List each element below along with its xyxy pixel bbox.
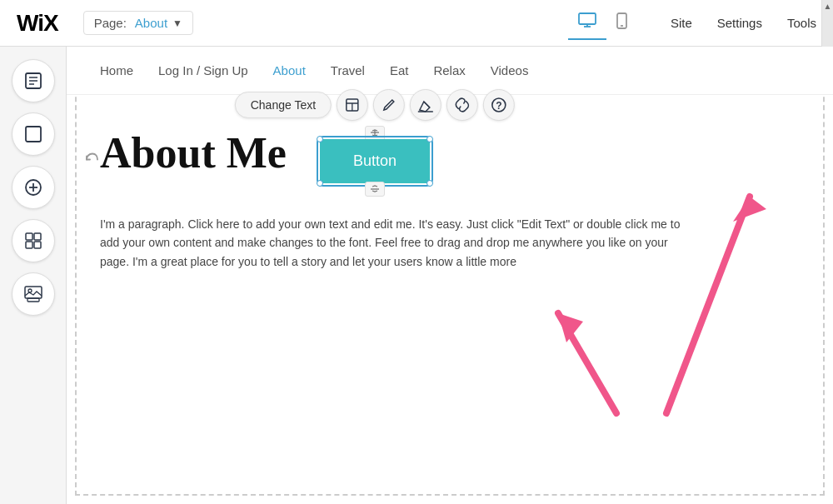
- pen-icon-button[interactable]: [373, 89, 405, 121]
- change-text-button[interactable]: Change Text: [235, 92, 332, 118]
- link-icon-button[interactable]: [446, 89, 478, 121]
- sidebar: [0, 47, 67, 504]
- nav-videos[interactable]: Videos: [491, 63, 529, 77]
- teal-button[interactable]: Button: [320, 139, 430, 183]
- resize-handle-bottom[interactable]: [365, 182, 385, 197]
- main-area: Home Log In / Sign Up About Travel Eat R…: [0, 47, 833, 504]
- nav-relax[interactable]: Relax: [433, 63, 465, 77]
- eraser-icon-button[interactable]: [410, 89, 441, 121]
- chevron-down-icon: ▼: [172, 17, 182, 29]
- page-selector[interactable]: Page: About ▼: [83, 11, 193, 35]
- svg-rect-19: [27, 298, 39, 302]
- site-link[interactable]: Site: [671, 16, 692, 30]
- add-button[interactable]: [12, 166, 55, 209]
- svg-line-24: [424, 102, 430, 107]
- help-icon-button[interactable]: ?: [483, 89, 515, 121]
- scroll-up-icon: ▲: [824, 2, 832, 11]
- content-area: About Me Change Text: [67, 95, 833, 287]
- site-navigation: Home Log In / Sign Up About Travel Eat R…: [67, 47, 833, 95]
- top-nav-links: Site Settings Tools: [671, 16, 816, 30]
- mobile-view-button[interactable]: [606, 6, 637, 40]
- handle-br: [426, 180, 433, 187]
- nav-eat[interactable]: Eat: [390, 63, 409, 77]
- pages-button[interactable]: [12, 59, 55, 102]
- about-me-heading: About Me: [100, 128, 287, 177]
- svg-rect-10: [26, 127, 41, 142]
- svg-rect-14: [26, 233, 32, 240]
- svg-rect-18: [25, 287, 42, 298]
- canvas: Home Log In / Sign Up About Travel Eat R…: [67, 47, 833, 504]
- desktop-view-button[interactable]: [568, 6, 606, 40]
- selected-button-container: Change Text: [320, 139, 430, 183]
- top-bar: WiX Page: About ▼ Site Settings Tools ▲: [0, 0, 833, 47]
- page-label: Page:: [94, 16, 127, 30]
- scroll-hint: ▲: [821, 0, 833, 47]
- layout-icon-button[interactable]: [337, 89, 368, 121]
- apps-button[interactable]: [12, 219, 55, 262]
- device-switcher: [568, 6, 637, 40]
- shapes-button[interactable]: [12, 112, 55, 156]
- wix-logo: WiX: [17, 10, 58, 37]
- settings-link[interactable]: Settings: [717, 16, 762, 30]
- media-button[interactable]: [12, 272, 55, 316]
- handle-tr: [426, 136, 433, 142]
- svg-rect-16: [26, 242, 32, 248]
- nav-login[interactable]: Log In / Sign Up: [158, 63, 248, 77]
- nav-about[interactable]: About: [273, 63, 306, 77]
- button-toolbar: Change Text: [235, 89, 515, 121]
- svg-marker-33: [558, 313, 583, 342]
- undo-icon[interactable]: [83, 151, 100, 172]
- svg-line-32: [558, 313, 616, 413]
- nav-travel[interactable]: Travel: [331, 63, 365, 77]
- svg-rect-0: [579, 13, 596, 24]
- svg-rect-15: [34, 233, 41, 240]
- handle-tl: [317, 136, 323, 142]
- nav-home[interactable]: Home: [100, 63, 133, 77]
- paragraph-text: I'm a paragraph. Click here to add your …: [100, 215, 683, 271]
- heading-row: About Me Change Text: [100, 128, 800, 194]
- page-name: About: [135, 16, 167, 30]
- svg-point-20: [28, 289, 32, 292]
- svg-text:?: ?: [496, 100, 501, 112]
- svg-rect-17: [34, 242, 41, 248]
- handle-bl: [317, 180, 323, 187]
- tools-link[interactable]: Tools: [787, 16, 816, 30]
